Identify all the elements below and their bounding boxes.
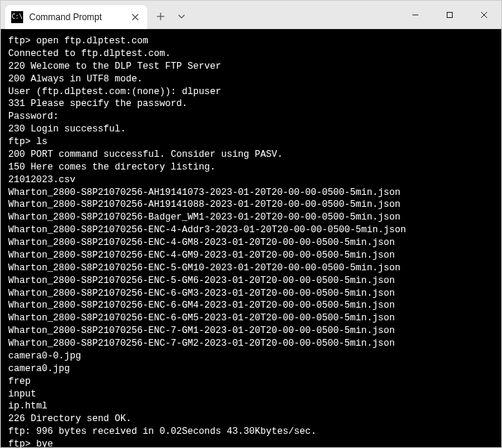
terminal-line: Wharton_2800-S8P21070256-ENC-6-GM5-2023-… [8,312,494,325]
tab-dropdown-button[interactable] [173,6,190,27]
terminal-line: 226 Directory send OK. [8,413,494,426]
terminal-line: Connected to ftp.dlptest.com. [8,48,494,60]
terminal-line: 150 Here comes the directory listing. [8,161,494,174]
terminal-line: Wharton_2800-S8P21070256-ENC-5-GM10-2023… [8,262,494,275]
window: C:\ Command Prompt ftp> open ftp.dlptest… [0,0,502,448]
svg-rect-5 [447,12,453,17]
close-tab-button[interactable] [129,11,141,23]
terminal-line: Wharton_2800-S8P21070256-ENC-6-GM4-2023-… [8,299,494,312]
tab-title: Command Prompt [29,12,123,22]
terminal-line: Wharton_2800-S8P21070256-ENC-7-GM1-2023-… [8,325,494,337]
terminal-line: 200 Always in UTF8 mode. [8,73,494,86]
terminal-output[interactable]: ftp> open ftp.dlptest.comConnected to ft… [1,29,501,447]
minimize-button[interactable] [398,1,433,28]
tab-command-prompt[interactable]: C:\ Command Prompt [5,5,147,29]
terminal-line: User (ftp.dlptest.com:(none)): dlpuser [8,86,494,99]
terminal-line: ip.html [8,400,494,413]
terminal-line: frep [8,376,494,388]
terminal-line: input [8,388,494,401]
terminal-line: Password: [8,111,494,123]
terminal-line: Wharton_2800-S8P21070256-ENC-4-GM9-2023-… [8,249,494,262]
terminal-line: ftp: 996 bytes received in 0.02Seconds 4… [8,426,494,438]
terminal-line: ftp> bye [8,438,494,447]
terminal-line: 21012023.csv [8,174,494,187]
terminal-line: ftp> ls [8,136,494,149]
terminal-line: Wharton_2800-S8P21070256-ENC-5-GM6-2023-… [8,275,494,287]
titlebar: C:\ Command Prompt [1,1,501,29]
terminal-line: Wharton_2800-S8P21070256-ENC-7-GM2-2023-… [8,337,494,350]
terminal-line: 331 Please specify the password. [8,98,494,111]
terminal-line: 230 Login successful. [8,123,494,136]
cmd-icon: C:\ [11,11,23,23]
close-window-button[interactable] [467,1,501,28]
new-tab-button[interactable] [150,6,171,27]
window-controls [398,1,501,28]
terminal-line: ftp> open ftp.dlptest.com [8,35,494,48]
terminal-line: Wharton_2800-S8P21070256-ENC-4-Addr3-202… [8,224,494,237]
maximize-button[interactable] [433,1,467,28]
terminal-line: Wharton_2800-S8P21070256-AH19141073-2023… [8,187,494,199]
terminal-line: Wharton_2800-S8P21070256-Badger_WM1-2023… [8,211,494,224]
terminal-line: 220 Welcome to the DLP Test FTP Server [8,60,494,73]
terminal-line: Wharton_2800-S8P21070256-ENC-4-GM8-2023-… [8,237,494,249]
terminal-line: Wharton_2800-S8P21070256-AH19141088-2023… [8,199,494,211]
terminal-line: Wharton_2800-S8P21070256-ENC-6-GM3-2023-… [8,287,494,300]
terminal-line: camera0.jpg [8,363,494,376]
terminal-line: camera0-0.jpg [8,350,494,363]
terminal-line: 200 PORT command successful. Consider us… [8,149,494,161]
